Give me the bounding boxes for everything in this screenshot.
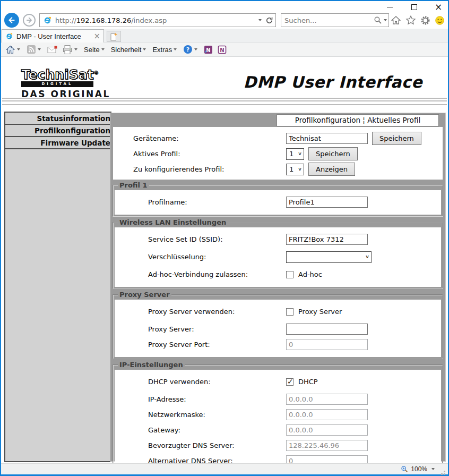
- navigation-bar: http://192.168.178.26/index.asp: [1, 12, 448, 29]
- zoom-control[interactable]: 100%: [401, 465, 436, 473]
- proxy-checkbox[interactable]: [286, 308, 293, 316]
- active-profile-select[interactable]: 1∨: [286, 148, 304, 160]
- feed-button[interactable]: [27, 45, 42, 54]
- config-profile-label: Zu konfigurierendes Profil:: [133, 165, 286, 173]
- ssid-input[interactable]: [286, 234, 368, 245]
- device-name-input[interactable]: [286, 133, 368, 144]
- minimize-button[interactable]: [384, 2, 395, 12]
- home-menu-dropdown-icon: [17, 48, 20, 50]
- new-tab-button[interactable]: [107, 31, 121, 42]
- svg-text:N: N: [220, 47, 225, 53]
- onenote-link-button[interactable]: N: [218, 45, 227, 54]
- print-dropdown-icon: [74, 48, 77, 50]
- forward-button[interactable]: [23, 14, 36, 27]
- netmask-label: Netzwerkmaske:: [148, 411, 286, 419]
- adhoc-row: Ad-hoc-Verbindung zulassen: Ad-hoc: [115, 267, 441, 282]
- refresh-icon[interactable]: [265, 16, 273, 24]
- sidebar-item-firmware-update[interactable]: Firmware Update: [5, 137, 110, 149]
- proxy-port-row: Proxy Server Port:: [115, 337, 441, 352]
- search-box: [281, 13, 389, 27]
- back-arrow-icon: [7, 15, 16, 25]
- page-title: DMP User Interface: [244, 73, 422, 91]
- general-settings-panel: Gerätename: Speichern Aktives Profil: 1∨…: [113, 127, 443, 180]
- search-dropdown-icon[interactable]: [384, 19, 387, 21]
- profile-name-input[interactable]: [286, 197, 368, 208]
- proxy-use-label: Proxy Server verwenden:: [148, 308, 286, 316]
- new-tab-page-icon: [110, 32, 118, 41]
- dns2-row: Alternativer DNS Server:: [115, 453, 441, 463]
- zoom-dropdown-icon: [431, 468, 435, 470]
- menu-page[interactable]: Seite: [84, 46, 106, 54]
- divider-line: [2, 100, 447, 101]
- profile-section: Profil 1 Profilname:: [113, 181, 443, 217]
- read-mail-button[interactable]: [47, 46, 57, 54]
- home-icon[interactable]: [391, 15, 401, 26]
- ip-address-input[interactable]: [286, 394, 368, 405]
- maximize-button[interactable]: [409, 2, 419, 12]
- gateway-input[interactable]: [286, 424, 368, 436]
- onenote-send-button[interactable]: N: [204, 45, 213, 54]
- dns2-input[interactable]: [286, 455, 368, 463]
- search-icon[interactable]: [374, 16, 382, 24]
- tab-close-icon[interactable]: ×: [93, 33, 100, 39]
- proxy-server-input[interactable]: [286, 324, 368, 335]
- menu-security[interactable]: Sicherheit: [111, 46, 148, 54]
- search-input[interactable]: [281, 16, 374, 24]
- address-dropdown-icon[interactable]: [258, 19, 262, 21]
- logo-name: TechniSat®: [21, 66, 96, 82]
- gateway-label: Gateway:: [148, 426, 286, 434]
- adhoc-checkbox-label: Ad-hoc: [298, 270, 322, 278]
- panel-tab-label: Profilkonfiguration ¦ Aktuelles Profil: [277, 114, 439, 126]
- dns1-input[interactable]: [286, 440, 368, 451]
- rss-feed-icon: [27, 45, 36, 54]
- config-profile-show-button[interactable]: Anzeigen: [308, 163, 355, 176]
- active-profile-save-button[interactable]: Speichern: [308, 147, 358, 160]
- close-button[interactable]: ×: [433, 2, 444, 12]
- resize-grip[interactable]: [444, 471, 445, 472]
- technisat-logo: TechniSat® DIGITAL DAS ORIGINAL: [21, 66, 96, 99]
- status-bar: 100%: [1, 463, 448, 474]
- settings-gear-icon[interactable]: [420, 15, 430, 26]
- proxy-section-legend: Proxy Server: [118, 291, 171, 299]
- help-dropdown-icon: [194, 48, 197, 50]
- proxy-checkbox-label: Proxy Server: [298, 308, 342, 316]
- panel-header: Profilkonfiguration ¦ Aktuelles Profil: [110, 113, 445, 126]
- favorites-star-icon[interactable]: [405, 15, 416, 26]
- browser-tab[interactable]: DMP - User Interface ×: [2, 29, 104, 42]
- config-profile-select[interactable]: 1∨: [286, 164, 304, 175]
- profile-section-legend: Profil 1: [118, 181, 149, 189]
- mail-icon: [47, 46, 57, 54]
- chevron-down-icon: ∨: [298, 151, 302, 156]
- profile-name-label: Profilname:: [148, 198, 286, 206]
- command-bar: Seite Sicherheit Extras ? N N: [1, 42, 448, 57]
- encryption-label: Verschlüsselung:: [148, 253, 286, 261]
- ie-icon: [43, 16, 52, 25]
- netmask-input[interactable]: [286, 409, 368, 420]
- chevron-down-icon: ∨: [365, 254, 369, 259]
- proxy-server-label: Proxy Server:: [148, 325, 286, 333]
- ie-tab-icon: [5, 32, 13, 40]
- ip-section: IP-Einstellungen DHCP verwenden: DHCP IP…: [113, 361, 443, 463]
- url-text: http://192.168.178.26/index.asp: [55, 16, 257, 24]
- dhcp-checkbox[interactable]: [286, 378, 293, 386]
- back-button[interactable]: [4, 13, 19, 28]
- home-menu-button[interactable]: [5, 45, 22, 55]
- print-button[interactable]: [62, 45, 79, 55]
- menu-extras[interactable]: Extras: [152, 46, 178, 54]
- sidebar-item-statusinformation[interactable]: Statusinformation: [5, 113, 110, 125]
- encryption-select[interactable]: ∨: [286, 251, 372, 263]
- sidebar-item-profilkonfiguration[interactable]: Profilkonfiguration: [5, 125, 110, 137]
- wlan-section: Wireless LAN Einstellungen Service Set I…: [113, 218, 443, 289]
- zoom-magnifier-icon: [401, 465, 408, 473]
- gateway-row: Gateway:: [115, 422, 441, 438]
- wlan-section-legend: Wireless LAN Einstellungen: [118, 218, 228, 226]
- feedback-smiley-icon[interactable]: [435, 15, 445, 26]
- feed-dropdown-icon: [38, 48, 41, 50]
- proxy-port-input[interactable]: [286, 339, 368, 350]
- address-bar[interactable]: http://192.168.178.26/index.asp: [39, 13, 276, 27]
- help-icon: ?: [183, 45, 193, 54]
- adhoc-checkbox[interactable]: [286, 271, 293, 278]
- sidebar: Statusinformation Profilkonfiguration Fi…: [4, 112, 111, 462]
- help-button[interactable]: ?: [183, 45, 199, 54]
- device-save-button[interactable]: Speichern: [372, 132, 421, 145]
